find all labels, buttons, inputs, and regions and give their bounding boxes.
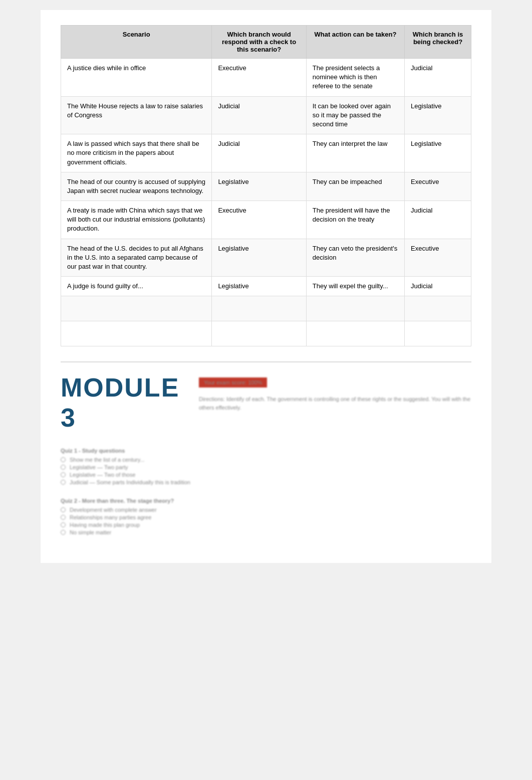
- quiz1-label: Quiz 1 - Study questions: [61, 448, 471, 454]
- quiz2-option-2: Relationships many parties agree: [61, 514, 471, 520]
- quiz1-option-1: Legislative — Two party: [61, 464, 471, 470]
- quiz1-option-2: Legislative — Two of those: [61, 472, 471, 478]
- table-cell-action-5: They can veto the president's decision: [306, 239, 404, 277]
- table-cell-scenario-2: A law is passed which says that there sh…: [61, 134, 212, 172]
- quiz2-block: Quiz 2 - More than three. The stage theo…: [61, 498, 471, 535]
- col-header-checked: Which branch is being checked?: [405, 26, 471, 59]
- table-cell-action-8: [306, 321, 404, 346]
- table-cell-branch-4: Executive: [212, 201, 306, 239]
- quiz2-option-4: No simple matter: [61, 529, 471, 535]
- quiz2-option-3: Having made this plan group: [61, 522, 471, 528]
- module-subtitle: Your exam score: 100%: [199, 377, 267, 387]
- table-cell-scenario-3: The head of our country is accused of su…: [61, 172, 212, 201]
- table-cell-branch-2: Judicial: [212, 134, 306, 172]
- module-section: MODULE 3 Your exam score: 100% Direction…: [61, 361, 471, 535]
- table-cell-branch-8: [212, 321, 306, 346]
- col-header-branch: Which branch would respond with a check …: [212, 26, 306, 59]
- table-cell-action-1: It can be looked over again so it may be…: [306, 96, 404, 134]
- table-cell-scenario-5: The head of the U.S. decides to put all …: [61, 239, 212, 277]
- table-cell-scenario-4: A treaty is made with China which says t…: [61, 201, 212, 239]
- checks-balances-table: Scenario Which branch would respond with…: [61, 25, 471, 346]
- table-cell-scenario-7: [61, 296, 212, 321]
- table-cell-scenario-6: A judge is found guilty of...: [61, 277, 212, 296]
- table-cell-checked-1: Legislative: [405, 96, 471, 134]
- table-cell-action-2: They can interpret the law: [306, 134, 404, 172]
- table-cell-checked-6: Judicial: [405, 277, 471, 296]
- quiz2-label: Quiz 2 - More than three. The stage theo…: [61, 498, 471, 504]
- quiz-section-1: Quiz 1 - Study questions Show me the lis…: [61, 448, 471, 535]
- table-cell-branch-6: Legislative: [212, 277, 306, 296]
- table-cell-branch-5: Legislative: [212, 239, 306, 277]
- table-cell-scenario-0: A justice dies while in office: [61, 59, 212, 97]
- table-cell-checked-4: Judicial: [405, 201, 471, 239]
- module-description: Directions: Identify of each. The govern…: [199, 395, 471, 412]
- page-container: Scenario Which branch would respond with…: [41, 10, 491, 563]
- table-cell-checked-0: Judicial: [405, 59, 471, 97]
- table-cell-checked-8: [405, 321, 471, 346]
- table-cell-action-0: The president selects a nominee which is…: [306, 59, 404, 97]
- table-cell-scenario-1: The White House rejects a law to raise s…: [61, 96, 212, 134]
- table-cell-branch-0: Executive: [212, 59, 306, 97]
- module-title-text: MODULE 3: [61, 372, 184, 433]
- table-cell-checked-2: Legislative: [405, 134, 471, 172]
- quiz2-option-1: Development with complete answer: [61, 507, 471, 513]
- table-cell-checked-3: Executive: [405, 172, 471, 201]
- table-cell-branch-7: [212, 296, 306, 321]
- quiz1-option-3: Judicial — Some parts Individually this …: [61, 479, 471, 485]
- table-cell-checked-5: Executive: [405, 239, 471, 277]
- quiz1-block: Quiz 1 - Study questions Show me the lis…: [61, 448, 471, 485]
- quiz1-option-blurred: Show me the list of a century...: [61, 457, 471, 463]
- table-cell-checked-7: [405, 296, 471, 321]
- table-cell-action-7: [306, 296, 404, 321]
- col-header-scenario: Scenario: [61, 26, 212, 59]
- table-cell-action-4: The president will have the decision on …: [306, 201, 404, 239]
- table-cell-branch-1: Judicial: [212, 96, 306, 134]
- table-cell-scenario-8: [61, 321, 212, 346]
- col-header-action: What action can be taken?: [306, 26, 404, 59]
- table-cell-action-6: They will expel the guilty...: [306, 277, 404, 296]
- table-cell-branch-3: Legislative: [212, 172, 306, 201]
- table-cell-action-3: They can be impeached: [306, 172, 404, 201]
